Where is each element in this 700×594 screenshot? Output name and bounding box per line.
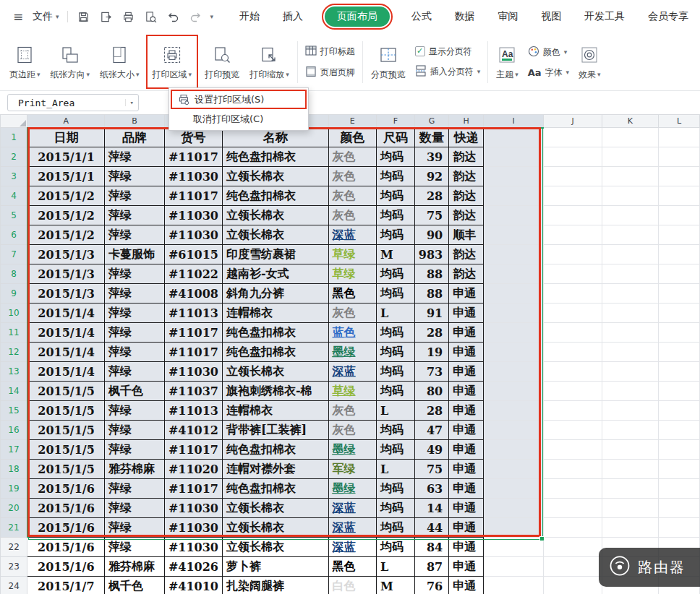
- cell-L14[interactable]: [659, 382, 700, 401]
- row-header-16[interactable]: 16: [1, 421, 27, 440]
- cell-H10[interactable]: 申通: [449, 304, 484, 323]
- cell-I1[interactable]: [484, 128, 544, 147]
- effects-button[interactable]: 效果▾: [573, 42, 606, 82]
- cell-B4[interactable]: 萍绿: [105, 186, 165, 206]
- cell-E18[interactable]: 军绿: [328, 460, 376, 479]
- cell-D7[interactable]: 印度雪纺裹裙: [222, 245, 328, 264]
- file-menu-button[interactable]: 文件 ▾: [33, 10, 59, 23]
- cell-J12[interactable]: [544, 343, 602, 362]
- cell-I3[interactable]: [484, 167, 544, 186]
- cell-A3[interactable]: 2015/1/1: [27, 167, 105, 186]
- cell-C3[interactable]: #11030: [164, 167, 222, 186]
- cell-B15[interactable]: 萍绿: [105, 401, 165, 421]
- cell-H14[interactable]: 申通: [449, 382, 484, 401]
- cell-H24[interactable]: 申通: [449, 577, 484, 594]
- cell-F9[interactable]: 均码: [377, 284, 415, 304]
- cell-I13[interactable]: [484, 362, 544, 382]
- cell-H4[interactable]: 韵达: [449, 186, 484, 206]
- row-header-19[interactable]: 19: [1, 479, 27, 499]
- cell-B1[interactable]: 品牌: [105, 128, 165, 147]
- cell-D8[interactable]: 越南衫-女式: [222, 264, 328, 284]
- cell-A13[interactable]: 2015/1/4: [27, 362, 105, 382]
- cell-K10[interactable]: [602, 304, 658, 323]
- cell-A12[interactable]: 2015/1/4: [27, 343, 105, 362]
- cell-C13[interactable]: #11030: [164, 362, 222, 382]
- cell-H15[interactable]: 申通: [449, 401, 484, 421]
- cell-J10[interactable]: [544, 304, 602, 323]
- cell-A14[interactable]: 2015/1/5: [27, 382, 105, 401]
- cell-F20[interactable]: 均码: [377, 499, 415, 518]
- cell-G6[interactable]: 90: [414, 225, 448, 245]
- cell-L1[interactable]: [659, 128, 700, 147]
- cell-C10[interactable]: #11013: [164, 304, 222, 323]
- tab-developer[interactable]: 开发工具: [583, 7, 626, 26]
- cell-L11[interactable]: [659, 323, 700, 343]
- cell-E24[interactable]: 白色: [328, 577, 376, 594]
- cell-E15[interactable]: 灰色: [328, 401, 376, 421]
- cell-H8[interactable]: 韵达: [449, 264, 484, 284]
- cell-A16[interactable]: 2015/1/5: [27, 421, 105, 440]
- cell-F24[interactable]: M: [377, 577, 415, 594]
- cell-A10[interactable]: 2015/1/4: [27, 304, 105, 323]
- cell-F11[interactable]: 均码: [377, 323, 415, 343]
- cell-C16[interactable]: #41012: [164, 421, 222, 440]
- cell-I7[interactable]: [484, 245, 544, 264]
- header-footer-button[interactable]: 页眉页脚: [305, 66, 355, 79]
- cell-J8[interactable]: [544, 264, 602, 284]
- cell-E2[interactable]: 灰色: [328, 147, 376, 167]
- cell-J16[interactable]: [544, 421, 602, 440]
- redo-icon[interactable]: [188, 9, 204, 25]
- cell-G16[interactable]: 47: [414, 421, 448, 440]
- cell-C14[interactable]: #11037: [164, 382, 222, 401]
- row-header-8[interactable]: 8: [1, 264, 27, 284]
- cell-K6[interactable]: [602, 225, 658, 245]
- cell-H19[interactable]: 申通: [449, 479, 484, 499]
- cell-G3[interactable]: 92: [414, 167, 448, 186]
- cell-H12[interactable]: 申通: [449, 343, 484, 362]
- name-box-caret-icon[interactable]: ▾: [125, 99, 134, 106]
- cell-J9[interactable]: [544, 284, 602, 304]
- cell-G5[interactable]: 75: [414, 206, 448, 225]
- cell-I15[interactable]: [484, 401, 544, 421]
- cell-E10[interactable]: 灰色: [328, 304, 376, 323]
- cell-I5[interactable]: [484, 206, 544, 225]
- cell-B10[interactable]: 萍绿: [105, 304, 165, 323]
- fonts-button[interactable]: Aa 字体 ▾: [528, 66, 569, 79]
- cell-C2[interactable]: #11017: [164, 147, 222, 167]
- column-header-K[interactable]: K: [602, 115, 658, 128]
- cell-J13[interactable]: [544, 362, 602, 382]
- cell-B17[interactable]: 萍绿: [105, 440, 165, 460]
- cell-J3[interactable]: [544, 167, 602, 186]
- cell-J4[interactable]: [544, 186, 602, 206]
- cell-F1[interactable]: 尺码: [377, 128, 415, 147]
- column-header-B[interactable]: B: [105, 115, 165, 128]
- cell-C11[interactable]: #11017: [164, 323, 222, 343]
- cell-F14[interactable]: 均码: [377, 382, 415, 401]
- tab-formulas[interactable]: 公式: [410, 7, 433, 26]
- cell-G22[interactable]: 84: [414, 538, 448, 557]
- cell-D19[interactable]: 纯色盘扣棉衣: [222, 479, 328, 499]
- cell-E8[interactable]: 草绿: [328, 264, 376, 284]
- cell-C4[interactable]: #11017: [164, 186, 222, 206]
- cell-B14[interactable]: 枫千色: [105, 382, 165, 401]
- cell-F16[interactable]: 均码: [377, 421, 415, 440]
- column-header-H[interactable]: H: [449, 115, 484, 128]
- cell-J20[interactable]: [544, 499, 602, 518]
- cell-E9[interactable]: 黑色: [328, 284, 376, 304]
- cell-B24[interactable]: 枫千色: [105, 577, 165, 594]
- cell-J6[interactable]: [544, 225, 602, 245]
- cell-C8[interactable]: #11022: [164, 264, 222, 284]
- cell-B20[interactable]: 萍绿: [105, 499, 165, 518]
- cell-I22[interactable]: [484, 538, 544, 557]
- cell-E21[interactable]: 深蓝: [328, 518, 376, 538]
- cell-G10[interactable]: 91: [414, 304, 448, 323]
- cell-F7[interactable]: M: [377, 245, 415, 264]
- row-header-1[interactable]: 1: [1, 128, 27, 147]
- row-header-17[interactable]: 17: [1, 440, 27, 460]
- cell-E14[interactable]: 草绿: [328, 382, 376, 401]
- margins-button[interactable]: 页边距▾: [4, 42, 46, 82]
- cell-C24[interactable]: #41010: [164, 577, 222, 594]
- cell-A8[interactable]: 2015/1/3: [27, 264, 105, 284]
- cell-A18[interactable]: 2015/1/5: [27, 460, 105, 479]
- cell-A21[interactable]: 2015/1/6: [27, 518, 105, 538]
